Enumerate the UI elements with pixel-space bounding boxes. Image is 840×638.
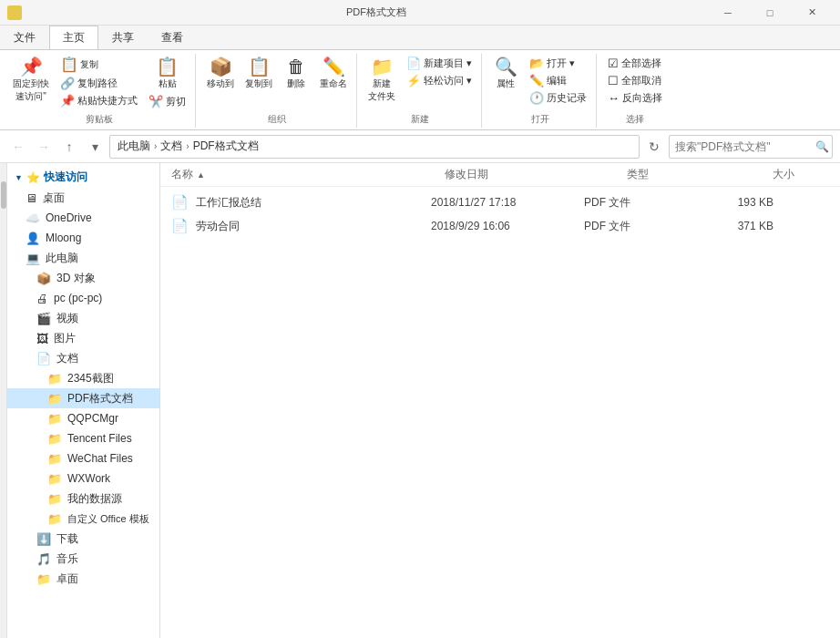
new-item-label: 新建项目 ▾: [424, 57, 472, 70]
deselect-all-label: 全部取消: [621, 74, 661, 87]
col-name-label: 名称: [171, 167, 193, 182]
sidebar-item-mloong[interactable]: 👤 Mloong: [7, 228, 159, 248]
file-date-2: 2018/9/29 16:06: [431, 220, 577, 232]
close-button[interactable]: ✕: [791, 0, 833, 26]
select-all-button[interactable]: ☑ 全部选择: [604, 56, 666, 71]
sidebar-item-onedrive[interactable]: ☁️ OneDrive: [7, 208, 159, 228]
history-button[interactable]: 🕐 历史记录: [526, 90, 590, 106]
table-row[interactable]: 📄 劳动合同 2018/9/29 16:06 PDF 文件 371 KB: [160, 214, 840, 238]
quick-access-label: 快速访问: [44, 170, 87, 185]
sidebar-item-qqpcmgr[interactable]: 📁 QQPCMgr: [7, 408, 159, 428]
search-input[interactable]: [675, 140, 812, 153]
sidebar-item-video[interactable]: 🎬 视频: [7, 308, 159, 328]
col-header-size[interactable]: 大小: [773, 167, 840, 182]
datasource-label: 我的数据源: [67, 491, 122, 507]
delete-icon: 🗑: [287, 57, 305, 76]
tab-home[interactable]: 主页: [49, 26, 98, 49]
rename-button[interactable]: ✏️ 重命名: [316, 56, 351, 92]
sidebar-item-thispc[interactable]: 💻 此电脑: [7, 248, 159, 268]
datasource-icon: 📁: [47, 492, 62, 506]
column-headers: 名称 ▲ 修改日期 类型 大小: [160, 163, 840, 187]
paste-shortcut-label: 粘贴快捷方式: [77, 94, 138, 108]
paste-shortcut-button[interactable]: 📌 粘贴快捷方式: [56, 93, 141, 108]
mloong-label: Mloong: [46, 232, 81, 244]
col-header-name[interactable]: 名称 ▲: [171, 167, 408, 182]
address-path[interactable]: 此电脑 › 文档 › PDF格式文档: [109, 135, 640, 159]
onedrive-icon: ☁️: [26, 211, 40, 225]
sidebar-scrollbar[interactable]: [0, 163, 7, 638]
tab-share[interactable]: 共享: [98, 26, 148, 49]
up-button[interactable]: ↑: [58, 136, 80, 158]
content-area: 名称 ▲ 修改日期 类型 大小 📄 工作汇报总结 2018/11/27 17:1…: [160, 163, 840, 638]
edit-label: 编辑: [547, 74, 567, 87]
sidebar-item-datasource[interactable]: 📁 我的数据源: [7, 489, 159, 509]
delete-button[interactable]: 🗑 删除: [280, 56, 312, 92]
properties-button[interactable]: 🔍 属性: [489, 56, 522, 92]
thispc-label: 此电脑: [46, 251, 78, 266]
docs-label: 文档: [56, 351, 78, 366]
copy-label: 复制: [80, 58, 98, 71]
maximize-button[interactable]: □: [749, 0, 791, 26]
sidebar-item-2345[interactable]: 📁 2345截图: [7, 368, 159, 388]
quick-access-header[interactable]: ▼ ⭐ 快速访问: [7, 167, 159, 188]
pin-icon: 📌: [20, 57, 43, 76]
paste-button[interactable]: 📋 粘贴: [145, 56, 190, 92]
user-icon: 👤: [26, 232, 40, 245]
officetemplate-icon: 📁: [47, 512, 62, 526]
move-to-button[interactable]: 📦 移动到: [203, 56, 238, 92]
sidebar-item-officetemplate[interactable]: 📁 自定义 Office 模板: [7, 509, 159, 529]
copy-path-button[interactable]: 🔗 复制路径: [56, 76, 141, 91]
ribbon-group-new: 📁 新建文件夹 📄 新建项目 ▾ ⚡ 轻松访问 ▾ 新建: [359, 54, 482, 128]
recent-paths-button[interactable]: ▾: [84, 136, 106, 158]
wechat-icon: 📁: [47, 452, 62, 466]
col-size-label: 大小: [773, 168, 794, 180]
sidebar-item-music[interactable]: 🎵 音乐: [7, 549, 159, 569]
easy-access-button[interactable]: ⚡ 轻松访问 ▾: [403, 73, 476, 88]
pin-label: 固定到快速访问": [13, 77, 49, 103]
refresh-button[interactable]: ↻: [643, 136, 665, 158]
tab-view[interactable]: 查看: [148, 26, 197, 49]
copy-button[interactable]: 📋 复制: [56, 56, 141, 74]
col-type-label: 类型: [627, 168, 649, 180]
minimize-button[interactable]: ─: [707, 0, 749, 26]
ribbon-group-open: 🔍 属性 📂 打开 ▾ ✏️ 编辑 🕐 历史记录: [484, 54, 597, 128]
col-header-date[interactable]: 修改日期: [445, 167, 590, 182]
pin-quick-access-button[interactable]: 📌 固定到快速访问": [9, 56, 53, 105]
forward-button[interactable]: →: [33, 136, 55, 158]
pcpc-icon: 🖨: [36, 292, 48, 305]
edit-button[interactable]: ✏️ 编辑: [526, 73, 590, 88]
copy-to-button[interactable]: 📋 复制到: [241, 56, 276, 92]
sidebar-item-3dobjects[interactable]: 📦 3D 对象: [7, 268, 159, 288]
sidebar-item-wxwork[interactable]: 📁 WXWork: [7, 468, 159, 489]
sidebar-item-docs[interactable]: 📄 文档: [7, 348, 159, 368]
invert-select-button[interactable]: ↔ 反向选择: [604, 90, 666, 106]
new-item-button[interactable]: 📄 新建项目 ▾: [403, 56, 476, 71]
cut-button[interactable]: ✂️ 剪切: [145, 94, 190, 109]
table-row[interactable]: 📄 工作汇报总结 2018/11/27 17:18 PDF 文件 193 KB: [160, 190, 840, 214]
sidebar-item-desktop[interactable]: 🖥 桌面: [7, 188, 159, 208]
sidebar-item-zhuomian[interactable]: 📁 卓面: [7, 569, 159, 589]
deselect-all-icon: ☐: [608, 74, 619, 87]
tab-file[interactable]: 文件: [0, 26, 49, 49]
sidebar-item-pictures[interactable]: 🖼 图片: [7, 328, 159, 348]
sidebar-item-downloads[interactable]: ⬇️ 下载: [7, 529, 159, 549]
col-date-label: 修改日期: [445, 168, 488, 180]
sidebar-item-pc-pc[interactable]: 🖨 pc (pc-pc): [7, 288, 159, 308]
pictures-icon: 🖼: [36, 332, 48, 345]
sidebar-item-pdf[interactable]: 📁 PDF格式文档: [7, 388, 159, 408]
deselect-all-button[interactable]: ☐ 全部取消: [604, 73, 666, 88]
open-button[interactable]: 📂 打开 ▾: [526, 56, 590, 71]
col-header-type[interactable]: 类型: [627, 167, 736, 182]
copy-path-icon: 🔗: [60, 77, 75, 90]
tencent-label: Tencent Files: [67, 432, 132, 445]
title-bar-left: [7, 5, 46, 20]
ribbon-group-select: ☑ 全部选择 ☐ 全部取消 ↔ 反向选择 选择: [599, 54, 671, 128]
back-button[interactable]: ←: [7, 136, 29, 158]
new-folder-button[interactable]: 📁 新建文件夹: [364, 56, 399, 105]
ribbon-content: 📌 固定到快速访问" 📋 复制 🔗 复制路径 📌 粘贴快捷方式: [0, 49, 840, 129]
wxwork-icon: 📁: [47, 472, 62, 486]
sidebar-item-wechat[interactable]: 📁 WeChat Files: [7, 448, 159, 468]
select-all-label: 全部选择: [621, 57, 661, 70]
select-buttons: ☑ 全部选择 ☐ 全部取消 ↔ 反向选择: [604, 54, 666, 111]
sidebar-item-tencent[interactable]: 📁 Tencent Files: [7, 428, 159, 448]
